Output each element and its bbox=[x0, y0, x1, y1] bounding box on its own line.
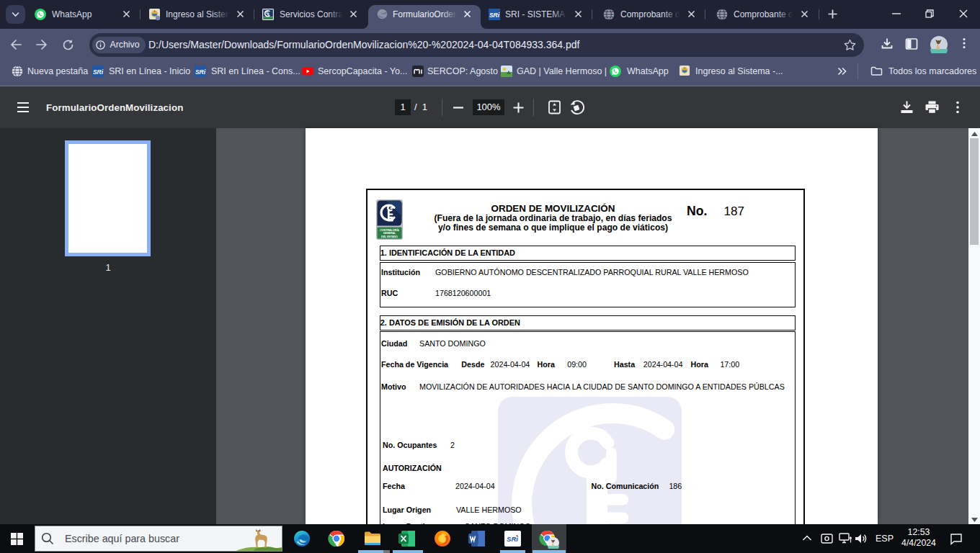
svg-text:GENERAL: GENERAL bbox=[383, 232, 396, 235]
svg-text:SRi: SRi bbox=[93, 68, 104, 76]
svg-text:SRi: SRi bbox=[489, 12, 500, 19]
svg-text:DEL ESTADO: DEL ESTADO bbox=[381, 235, 398, 238]
svg-text:CONTRALORÍA: CONTRALORÍA bbox=[380, 228, 399, 232]
svg-text:SRi: SRi bbox=[195, 68, 206, 76]
